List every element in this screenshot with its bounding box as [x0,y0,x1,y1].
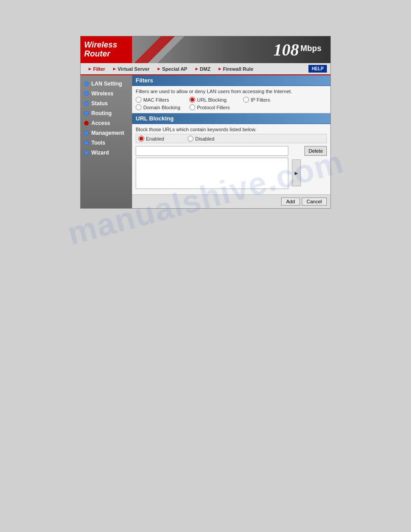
dot-status [84,101,89,106]
url-blocking-section-header: URL Blocking [132,113,330,124]
nav-firewall[interactable]: ► Firewall Rule [214,65,257,73]
main-content: LAN Setting Wireless Status Routing Acce… [81,75,330,208]
dot-access [84,121,89,125]
url-input-field [136,146,288,189]
url-keyword-input[interactable] [136,146,288,156]
filter-url-label: URL Blocking [197,97,227,103]
nav-fw-label: Firewall Rule [223,66,253,72]
nav-bar: ► Filter ► Virtual Server ► Special AP ►… [81,63,330,75]
nav-arrow-fw: ► [218,66,222,71]
sidebar-label-wireless: Wireless [91,90,113,97]
radio-domain[interactable] [136,104,141,110]
dot-wireless [84,91,89,96]
delete-col: Delete [304,146,327,156]
sidebar-item-wizard[interactable]: Wizard [81,148,132,158]
nav-arrow-sap: ► [157,66,161,71]
dot-lan-setting [84,82,89,86]
delete-button[interactable]: Delete [304,146,327,156]
nav-dmz-label: DMZ [200,66,210,72]
nav-sap-label: Special AP [162,66,187,72]
nav-arrow-vs: ► [112,66,117,71]
url-blocking-title: URL Blocking [136,115,174,122]
header: Wireless Router 108 Mbps [81,36,330,63]
add-button[interactable]: Add [281,197,300,206]
arrow-col: ▶ [292,146,301,186]
nav-filter-label: Filter [93,66,105,72]
filter-protocol-label: Protocol Filters [197,105,230,110]
disabled-label: Disabled [195,136,214,142]
sidebar-item-management[interactable]: Management [81,128,132,138]
filter-option-protocol[interactable]: Protocol Filters [189,104,234,110]
help-button[interactable]: HELP [308,65,327,73]
sidebar-label-lan-setting: LAN Setting [91,81,122,87]
sidebar-label-tools: Tools [91,140,105,146]
dot-management [84,131,89,135]
nav-virtual-server[interactable]: ► Virtual Server [109,65,153,73]
dot-wizard [84,150,89,155]
sidebar-label-routing: Routing [91,110,111,116]
radio-protocol[interactable] [189,104,195,110]
url-list-box[interactable] [136,158,288,189]
nav-arrow-dmz: ► [194,66,199,71]
filters-section-body: Filters are used to allow or deny LAN us… [132,86,330,113]
filters-description: Filters are used to allow or deny LAN us… [136,89,327,94]
filters-title: Filters [136,77,153,84]
filter-option-domain[interactable]: Domain Blocking [136,104,180,110]
dot-tools [84,141,89,145]
nav-dmz[interactable]: ► DMZ [191,65,214,73]
filter-option-ip[interactable]: IP Filters [243,97,288,103]
header-speed: 108 Mbps [274,41,321,58]
sidebar-item-wireless[interactable]: Wireless [81,89,132,99]
filters-radio-group: MAC Filters URL Blocking IP Filters [136,97,327,110]
radio-disabled[interactable] [188,136,193,142]
dot-routing [84,111,89,116]
filter-domain-label: Domain Blocking [143,105,180,110]
radio-url[interactable] [189,97,195,103]
arrow-button[interactable]: ▶ [292,159,301,186]
sidebar-label-management: Management [91,130,124,136]
option-enabled[interactable]: Enabled [138,136,183,142]
nav-filter[interactable]: ► Filter [84,65,109,73]
sidebar-label-access: Access [91,120,110,126]
blocking-area: ▶ Delete [136,146,327,189]
nav-special-ap[interactable]: ► Special AP [153,65,191,73]
speed-unit: Mbps [300,44,321,53]
option-disabled[interactable]: Disabled [188,136,232,142]
header-banner: 108 Mbps [132,36,330,63]
radio-ip[interactable] [243,97,249,103]
filter-mac-label: MAC Filters [143,97,169,103]
content-panel: Filters Filters are used to allow or den… [132,75,330,208]
sidebar-item-status[interactable]: Status [81,99,132,108]
button-row: Add Cancel [132,194,330,208]
sidebar-item-routing[interactable]: Routing [81,108,132,118]
sidebar-item-tools[interactable]: Tools [81,138,132,148]
url-blocking-body: Block those URLs which contain keywords … [132,124,330,194]
router-ui: Wireless Router 108 Mbps ► Filter ► Virt… [80,36,331,209]
enable-row: Enabled Disabled [136,134,327,143]
filter-option-url[interactable]: URL Blocking [189,97,234,103]
nav-arrow-filter: ► [88,66,92,71]
filters-section-header: Filters [132,75,330,86]
cancel-button[interactable]: Cancel [302,197,327,206]
enabled-label: Enabled [146,136,164,142]
nav-vs-label: Virtual Server [118,66,150,72]
radio-enabled[interactable] [138,136,144,142]
sidebar-item-access[interactable]: Access [81,118,132,128]
sidebar-label-wizard: Wizard [91,150,109,156]
logo-router: Router [84,50,128,59]
radio-mac[interactable] [136,97,141,103]
sidebar-item-lan-setting[interactable]: LAN Setting [81,79,132,89]
sidebar-label-status: Status [91,100,108,107]
logo: Wireless Router [81,36,132,63]
sidebar: LAN Setting Wireless Status Routing Acce… [81,75,132,208]
speed-number: 108 [274,40,299,59]
logo-wireless: Wireless [84,41,128,50]
url-blocking-desc: Block those URLs which contain keywords … [136,127,327,132]
filter-option-mac[interactable]: MAC Filters [136,97,180,103]
filter-ip-label: IP Filters [251,97,270,103]
